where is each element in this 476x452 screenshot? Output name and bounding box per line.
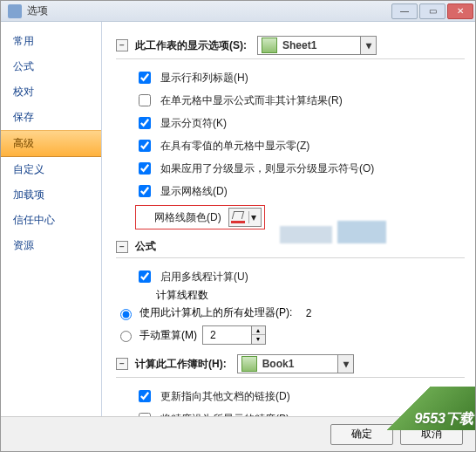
close-button[interactable]: ✕	[447, 3, 473, 19]
sidebar-item-save[interactable]: 保存	[1, 105, 101, 130]
paint-bucket-icon	[231, 211, 245, 223]
checkbox-precision[interactable]	[139, 413, 151, 416]
label-manual: 手动重算(M)	[139, 328, 197, 343]
checkbox-page-breaks[interactable]	[139, 117, 151, 129]
option-page-breaks: 显示分页符(K)	[116, 112, 465, 134]
collapse-icon[interactable]: −	[116, 241, 128, 253]
label-gridlines: 显示网格线(D)	[160, 184, 228, 199]
gridline-color-label: 网格线颜色(D)	[154, 210, 221, 225]
label-page-breaks: 显示分页符(K)	[160, 116, 227, 131]
option-show-formulas: 在单元格中显示公式而非其计算结果(R)	[116, 89, 465, 112]
sidebar-item-resources[interactable]: 资源	[1, 233, 101, 258]
sidebar: 常用 公式 校对 保存 高级 自定义 加载项 信任中心 资源	[1, 22, 102, 416]
radio-row-all-processors: 使用此计算机上的所有处理器(P): 2	[116, 303, 465, 323]
label-multithread: 启用多线程计算(U)	[160, 270, 248, 284]
checkbox-gridlines[interactable]	[139, 185, 151, 197]
manual-thread-value: 2	[203, 329, 251, 341]
gridline-color-picker[interactable]: ▾	[228, 208, 262, 227]
section-workbook-calc: − 计算此工作簿时(H): Book1 ▾	[116, 351, 465, 378]
label-precision: 将精度设为所显示的精度(P)	[160, 412, 289, 417]
sidebar-item-proofing[interactable]: 校对	[1, 79, 101, 105]
options-dialog: 选项 — ▭ ✕ 常用 公式 校对 保存 高级 自定义 加载项 信任中心 资源 …	[0, 0, 476, 452]
section-workbook-label: 计算此工作簿时(H):	[135, 357, 227, 372]
spinner[interactable]: ▴▾	[251, 326, 265, 344]
book-icon	[241, 356, 257, 372]
radio-row-manual: 手动重算(M) 2 ▴▾	[116, 323, 465, 347]
checkbox-row-col-headers[interactable]	[139, 72, 151, 84]
option-show-zero: 在具有零值的单元格中显示零(Z)	[116, 134, 465, 157]
label-update-links: 更新指向其他文档的链接(D)	[160, 389, 290, 404]
collapse-icon[interactable]: −	[116, 39, 128, 51]
section-formula-label: 公式	[135, 239, 156, 254]
section-worksheet-display: − 此工作表的显示选项(S): Sheet1 ▾	[116, 32, 465, 59]
app-icon	[8, 4, 22, 18]
thread-count-label: 计算线程数	[116, 288, 465, 303]
label-all-processors: 使用此计算机上的所有处理器(P):	[139, 305, 292, 320]
collapse-icon[interactable]: −	[116, 358, 128, 370]
checkbox-outline[interactable]	[139, 162, 151, 175]
sidebar-item-formulas[interactable]: 公式	[1, 54, 101, 79]
worksheet-value: Sheet1	[281, 39, 360, 51]
label-show-zero: 在具有零值的单元格中显示零(Z)	[160, 139, 309, 154]
main-panel: − 此工作表的显示选项(S): Sheet1 ▾ 显示行和列标题(H) 在单元格…	[102, 22, 475, 416]
sidebar-item-trust[interactable]: 信任中心	[1, 208, 101, 233]
chevron-down-icon: ▾	[248, 211, 259, 223]
checkbox-update-links[interactable]	[139, 390, 151, 402]
sidebar-item-advanced[interactable]: 高级	[1, 130, 101, 157]
checkbox-multithread[interactable]	[139, 271, 151, 283]
redaction	[337, 221, 386, 243]
workbook-value: Book1	[261, 358, 338, 370]
label-row-col-headers: 显示行和列标题(H)	[160, 71, 248, 86]
option-gridlines: 显示网格线(D)	[116, 180, 465, 202]
option-row-headers: 显示行和列标题(H)	[116, 66, 465, 89]
label-show-formulas: 在单元格中显示公式而非其计算结果(R)	[160, 93, 343, 108]
redaction	[280, 226, 332, 243]
titlebar: 选项 — ▭ ✕	[1, 1, 475, 22]
option-outline: 如果应用了分级显示，则显示分级显示符号(O)	[116, 157, 465, 180]
chevron-down-icon: ▾	[360, 37, 376, 54]
section-label: 此工作表的显示选项(S):	[135, 38, 247, 53]
checkbox-show-zero[interactable]	[139, 140, 151, 152]
radio-all-processors[interactable]	[120, 309, 132, 320]
watermark-text: 9553下载	[414, 410, 473, 428]
radio-manual[interactable]	[120, 331, 132, 342]
window-title: 选项	[27, 3, 48, 18]
checkbox-show-formulas[interactable]	[139, 94, 151, 106]
label-outline: 如果应用了分级显示，则显示分级显示符号(O)	[160, 161, 374, 176]
manual-thread-input[interactable]: 2 ▴▾	[202, 325, 266, 345]
sidebar-item-general[interactable]: 常用	[1, 29, 101, 54]
sidebar-item-customize[interactable]: 自定义	[1, 157, 101, 182]
sidebar-item-addins[interactable]: 加载项	[1, 182, 101, 208]
worksheet-select[interactable]: Sheet1 ▾	[257, 36, 377, 55]
workbook-select[interactable]: Book1 ▾	[237, 354, 355, 373]
sheet-icon	[262, 38, 277, 53]
option-multithread: 启用多线程计算(U)	[116, 265, 465, 288]
minimize-button[interactable]: —	[391, 3, 418, 19]
chevron-down-icon: ▾	[337, 355, 353, 373]
maximize-button[interactable]: ▭	[419, 3, 445, 19]
processor-count: 2	[306, 307, 312, 319]
